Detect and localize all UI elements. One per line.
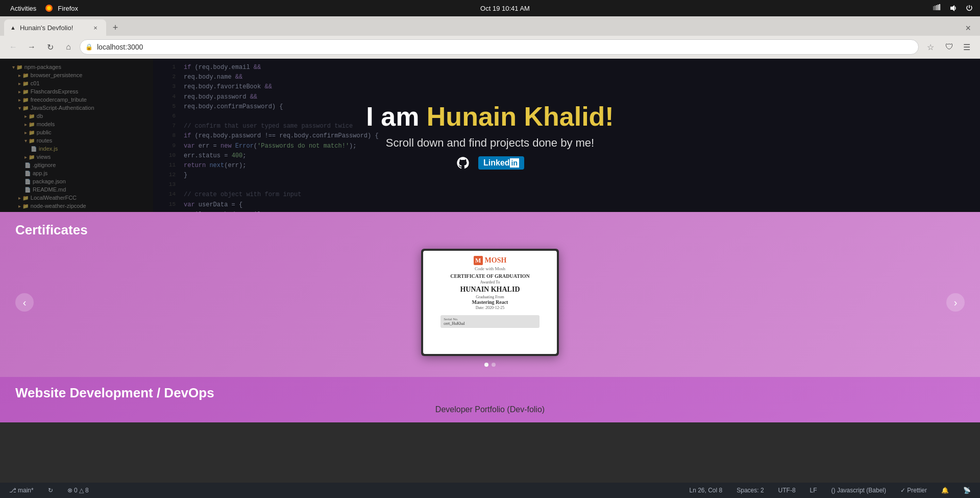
os-topbar-left: Activities Firefox — [6, 4, 78, 13]
browser-chrome: ▲ Hunain's Devfolio! × + × ← → ↻ ⌂ 🔒 loc… — [0, 16, 980, 59]
svg-rect-2 — [933, 6, 934, 10]
address-text: localhost:3000 — [97, 43, 913, 51]
hero-overlay: I am Hunain Khalid! Scroll down and find… — [0, 59, 980, 212]
cert-awarded-label: Awarded To — [480, 280, 500, 284]
hero-text: I am Hunain Khalid! Scroll down and find… — [366, 101, 614, 170]
reload-button[interactable]: ↻ — [43, 40, 57, 54]
certificates-section: Certificates ‹ M MOSH Code with Mosh CER… — [0, 212, 980, 377]
warnings-label: △ 8 — [79, 487, 89, 494]
carousel-dots — [15, 363, 965, 367]
certificate-card: M MOSH Code with Mosh CERTIFICATE OF GRA… — [421, 249, 559, 356]
encoding-status[interactable]: UTF-8 — [775, 483, 799, 498]
formatter-label: ✓ Prettier — [900, 487, 927, 494]
shield-button[interactable]: 🛡 — [942, 40, 957, 54]
bookmark-button[interactable]: ☆ — [927, 42, 934, 52]
cert-logo-m: M — [474, 256, 483, 265]
power-icon — [965, 4, 974, 13]
browser-tabbar: ▲ Hunain's Devfolio! × + × — [0, 16, 980, 36]
cursor-position-status[interactable]: Ln 26, Col 8 — [687, 483, 726, 498]
hero-title: I am Hunain Khalid! — [366, 101, 614, 132]
language-label: () Javascript (Babel) — [831, 487, 886, 494]
svg-rect-6 — [939, 4, 940, 10]
errors-status[interactable]: ⊗ 0 △ 8 — [64, 483, 92, 498]
carousel-prev-button[interactable]: ‹ — [15, 293, 34, 312]
cert-serial-label: Serial No. — [444, 317, 536, 321]
svg-point-1 — [47, 6, 51, 10]
cert-heading: CERTIFICATE OF GRADUATION — [450, 273, 530, 279]
certificate-card-inner: M MOSH Code with Mosh CERTIFICATE OF GRA… — [423, 251, 557, 354]
certificates-section-title: Certificates — [15, 222, 965, 238]
home-button[interactable]: ⌂ — [61, 40, 76, 54]
browser-nav-extras: 🛡 ☰ — [942, 40, 974, 54]
new-tab-button[interactable]: + — [108, 20, 122, 35]
svg-rect-5 — [938, 5, 939, 10]
cert-recipient-name: HUNAIN KHALID — [460, 286, 520, 294]
status-bar: ⎇ main* ↻ ⊗ 0 △ 8 Ln 26, Col 8 Spaces: 2… — [0, 483, 980, 498]
hero-subtitle: Scroll down and find projects done by me… — [366, 136, 614, 150]
lock-icon: 🔒 — [85, 43, 93, 51]
formatter-status[interactable]: ✓ Prettier — [897, 483, 930, 498]
firefox-label: Firefox — [58, 5, 78, 12]
sync-icon: ↻ — [48, 487, 53, 494]
broadcast-icon: 📡 — [963, 487, 971, 494]
svg-rect-3 — [935, 6, 936, 10]
tab-title: Hunain's Devfolio! — [20, 24, 87, 32]
tab-favicon: ▲ — [10, 25, 16, 31]
forward-button[interactable]: → — [24, 40, 39, 54]
menu-button[interactable]: ☰ — [960, 40, 974, 54]
git-branch-icon: ⎇ — [9, 487, 16, 494]
network-icon — [932, 4, 941, 13]
broadcast-status[interactable]: 📡 — [960, 483, 974, 498]
line-ending-status[interactable]: LF — [807, 483, 820, 498]
back-button[interactable]: ← — [6, 40, 20, 54]
line-ending-label: LF — [810, 487, 817, 494]
linkedin-link[interactable]: Linkedin — [478, 156, 524, 170]
cursor-position: Ln 26, Col 8 — [690, 487, 723, 494]
activities-button[interactable]: Activities — [6, 4, 40, 13]
cert-logo-text: MOSH — [485, 256, 507, 265]
webdev-section: Website Development / DevOps Developer P… — [0, 377, 980, 422]
cert-course: Mastering React — [472, 299, 508, 305]
cert-subtitle: Code with Mosh — [475, 266, 505, 271]
errors-label: ⊗ 0 — [67, 487, 78, 494]
os-datetime: Oct 19 10:41 AM — [480, 5, 530, 12]
cert-serial-box: Serial No. cert_HuKhal — [440, 315, 540, 328]
bell-status[interactable]: 🔔 — [938, 483, 952, 498]
github-link[interactable] — [456, 156, 470, 170]
cert-serial-val: cert_HuKhal — [444, 321, 536, 326]
svg-rect-4 — [936, 5, 937, 10]
cert-date: Date: 2020-12-25 — [476, 305, 505, 310]
browser-tab-active[interactable]: ▲ Hunain's Devfolio! × — [4, 19, 106, 36]
git-branch-status[interactable]: ⎇ main* — [6, 483, 37, 498]
browser-content: ▾ 📁 npm-packages ▸ 📁 browser_persistence… — [0, 59, 980, 483]
window-close-button[interactable]: × — [960, 23, 976, 34]
indentation-status[interactable]: Spaces: 2 — [733, 483, 767, 498]
hero-section: ▾ 📁 npm-packages ▸ 📁 browser_persistence… — [0, 59, 980, 212]
firefox-icon — [44, 4, 54, 13]
sync-status[interactable]: ↻ — [45, 483, 56, 498]
browser-navbar: ← → ↻ ⌂ 🔒 localhost:3000 ☆ 🛡 ☰ — [0, 36, 980, 58]
webdev-section-title: Website Development / DevOps — [15, 385, 965, 401]
carousel-next-button[interactable]: › — [946, 293, 965, 312]
certificate-carousel: ‹ M MOSH Code with Mosh CERTIFICATE OF G… — [15, 246, 965, 359]
os-system-icons — [932, 4, 974, 13]
indentation-label: Spaces: 2 — [737, 487, 764, 494]
encoding-label: UTF-8 — [778, 487, 796, 494]
git-branch-label: main* — [18, 487, 34, 494]
cert-logo: M MOSH — [474, 256, 507, 265]
os-topbar: Activities Firefox Oct 19 10:41 AM — [0, 0, 980, 16]
address-bar[interactable]: 🔒 localhost:3000 — [80, 39, 919, 55]
webdev-card-label: Developer Portfolio (Dev-folio) — [15, 405, 965, 414]
tab-close-button[interactable]: × — [91, 23, 100, 32]
language-status[interactable]: () Javascript (Babel) — [828, 483, 889, 498]
svg-marker-7 — [950, 5, 954, 11]
cert-grad-from: Graduating From — [476, 295, 504, 299]
carousel-dot-1[interactable] — [484, 363, 488, 367]
hero-links: Linkedin — [366, 156, 614, 170]
sound-icon — [948, 4, 958, 13]
bell-icon: 🔔 — [941, 487, 949, 494]
carousel-dot-2[interactable] — [492, 363, 496, 367]
